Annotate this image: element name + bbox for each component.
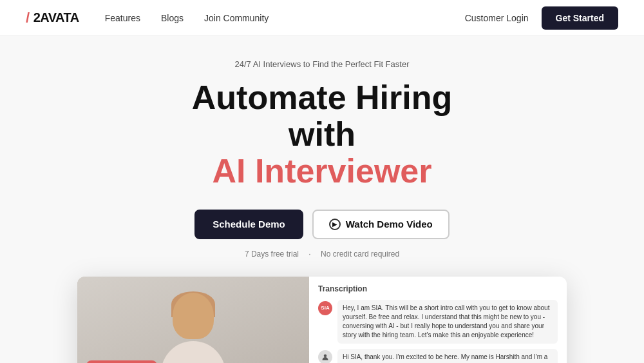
body bbox=[161, 341, 225, 363]
chat-avatar-sia-0: SIA bbox=[318, 301, 332, 315]
play-icon: ▶ bbox=[329, 219, 341, 230]
person-silhouette bbox=[135, 286, 251, 363]
sia-badge: SIA bbox=[86, 360, 157, 363]
footnote-cc: No credit card required bbox=[321, 250, 399, 259]
hero-footnote: 7 Days free trial · No credit card requi… bbox=[241, 250, 403, 259]
hero-title-line1: Automate Hiring bbox=[192, 79, 452, 116]
watch-demo-button[interactable]: ▶ Watch Demo Video bbox=[312, 210, 450, 239]
logo-name: 2AVATA bbox=[33, 10, 79, 25]
transcription-panel: Transcription SIA Hey, I am SIA. This wi… bbox=[309, 277, 567, 363]
watch-demo-label: Watch Demo Video bbox=[346, 219, 433, 230]
footnote-trial: 7 Days free trial bbox=[245, 250, 299, 259]
customer-login-link[interactable]: Customer Login bbox=[465, 13, 529, 23]
navbar: / 2AVATA Features Blogs Join Community C… bbox=[0, 0, 644, 36]
hero-title-line2: with bbox=[289, 115, 355, 153]
nav-item-join-community[interactable]: Join Community bbox=[204, 12, 269, 24]
nav-item-features[interactable]: Features bbox=[105, 12, 140, 24]
nav-left: / 2AVATA Features Blogs Join Community bbox=[26, 10, 269, 26]
hero-title-highlight: AI Interviewer bbox=[212, 153, 431, 190]
nav-right: Customer Login Get Started bbox=[465, 6, 618, 30]
schedule-demo-button[interactable]: Schedule Demo bbox=[194, 210, 303, 239]
chat-bubble-1: Hi SIA, thank you. I'm excited to be her… bbox=[337, 349, 558, 363]
logo: / 2AVATA bbox=[26, 10, 79, 26]
chat-message-0: SIA Hey, I am SIA. This will be a short … bbox=[318, 300, 558, 344]
chat-avatar-user-1 bbox=[318, 350, 332, 363]
chat-message-1: Hi SIA, thank you. I'm excited to be her… bbox=[318, 349, 558, 363]
hero-title: Automate Hiring with AI Interviewer bbox=[192, 79, 452, 190]
transcription-title: Transcription bbox=[318, 284, 558, 293]
get-started-button[interactable]: Get Started bbox=[542, 6, 618, 30]
chat-messages: SIA Hey, I am SIA. This will be a short … bbox=[318, 300, 558, 363]
demo-preview: SIA bbox=[77, 277, 567, 363]
head bbox=[173, 293, 214, 339]
demo-video-side: SIA bbox=[77, 277, 309, 363]
logo-slash-icon: / bbox=[26, 10, 30, 26]
footnote-divider: · bbox=[308, 250, 310, 259]
video-background: SIA bbox=[77, 277, 309, 363]
svg-point-0 bbox=[324, 354, 327, 357]
hero-tagline: 24/7 AI Interviews to Find the Perfect F… bbox=[235, 59, 410, 69]
hero-buttons: Schedule Demo ▶ Watch Demo Video bbox=[194, 210, 450, 239]
chat-bubble-0: Hey, I am SIA. This will be a short intr… bbox=[337, 300, 558, 344]
hero-section: 24/7 AI Interviews to Find the Perfect F… bbox=[0, 36, 644, 363]
nav-links: Features Blogs Join Community bbox=[105, 12, 269, 24]
nav-item-blogs[interactable]: Blogs bbox=[161, 12, 184, 24]
